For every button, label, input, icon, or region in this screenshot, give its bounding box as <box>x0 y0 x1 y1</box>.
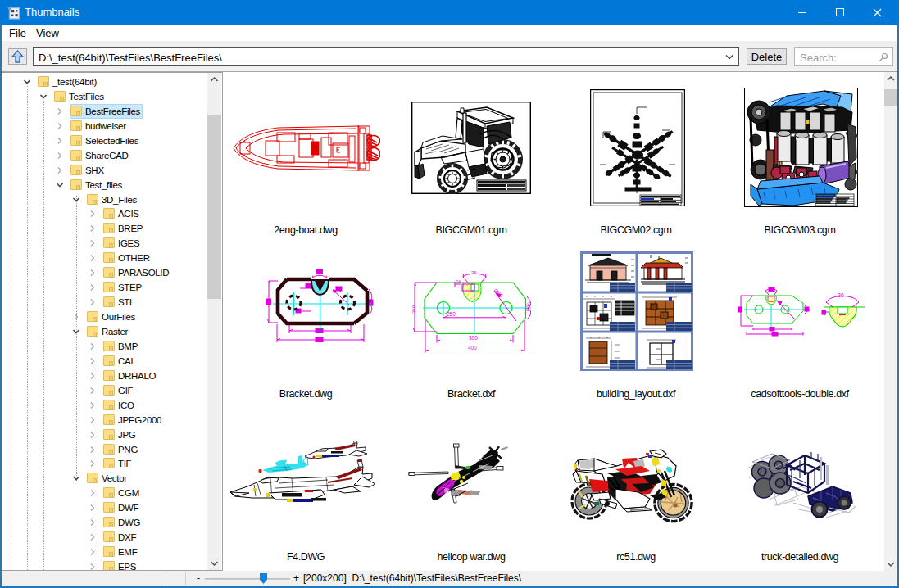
svg-text:24: 24 <box>456 279 461 284</box>
svg-text:36: 36 <box>838 292 844 298</box>
svg-text:400: 400 <box>468 345 477 351</box>
svg-text:350: 350 <box>412 305 416 314</box>
svg-text:250: 250 <box>447 311 456 317</box>
svg-text:36: 36 <box>471 270 477 275</box>
svg-text:300: 300 <box>469 335 478 341</box>
